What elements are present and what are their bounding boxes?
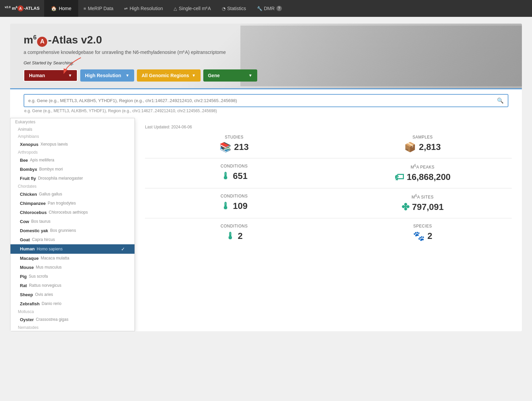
species-bee[interactable]: Bee Apis mellifera — [10, 156, 135, 165]
stat-peaks-label: m6A Peaks — [333, 164, 512, 169]
stat-species-value-row: 🐾 2 — [333, 230, 512, 242]
brand-text: v2.0 m6A-ATLAS — [5, 5, 39, 11]
singlecell-icon: △ — [174, 6, 177, 11]
nav-statistics[interactable]: ◔ Statistics — [216, 0, 252, 17]
species-macaque[interactable]: Macaque Macaca mulatta — [10, 254, 135, 263]
statistics-icon: ◔ — [222, 6, 226, 11]
last-updated: Last Updated: 2024-06-06 — [145, 125, 512, 129]
species-sheep[interactable]: Sheep Ovis aries — [10, 290, 135, 299]
stat-species: Species 🐾 2 — [333, 224, 512, 242]
stat-species-label: Species — [333, 224, 512, 228]
species-chimpanzee[interactable]: Chimpanzee Pan troglodytes — [10, 199, 135, 208]
stat-studies: STUDIES 📚 213 — [145, 135, 323, 153]
species-bombyx[interactable]: Bombyx Bombyx mori — [10, 165, 135, 174]
region-dropdown-btn[interactable]: All Genomic Regions ▼ — [137, 69, 201, 82]
hero-card: m6A-Atlas v2.0 a comprehensive knowledge… — [10, 24, 522, 331]
divider-2 — [145, 188, 512, 188]
search-hint: e.g. Gene (e.g., METTL3, ALKBH5, YTHDF1)… — [24, 109, 508, 113]
stat-conditions-mol-value: 2 — [238, 231, 242, 241]
species-rat[interactable]: Rat Rattus norvegicus — [10, 281, 135, 290]
nav-dmr[interactable]: 🔧 DMR ? — [252, 0, 287, 17]
gene-dropdown-btn[interactable]: Gene ▼ — [203, 69, 257, 82]
species-domesticyak[interactable]: Domestic yak Bos grunniens — [10, 226, 135, 235]
highres-icon: ⇌ — [124, 6, 128, 11]
species-fruitfly[interactable]: Fruit fly Drosophila melanogaster — [10, 174, 135, 183]
stat-species-value: 2 — [427, 231, 432, 241]
stat-cond-highres-value-row: 🌡 651 — [145, 171, 323, 182]
stat-m6a-sites: m6A Sites ✤ 797,091 — [333, 194, 512, 213]
hero-title: m6A-Atlas v2.0 — [24, 34, 508, 47]
dropdown-stats-area: Eukaryotes Animals Amphibians Xenopus Xe… — [10, 118, 522, 331]
stat-samples-label: SAMPLES — [333, 135, 512, 140]
resolution-dropdown-arrow-icon: ▼ — [125, 73, 129, 78]
search-input-wrap: 🔍 — [24, 94, 508, 107]
peaks-icon: 🏷 — [394, 172, 404, 183]
title-a-circle: A — [37, 37, 47, 47]
navbar: v2.0 m6A-ATLAS 🏠 Home ≡ MeRIP Data ⇌ Hig… — [0, 0, 532, 17]
stat-sites-value-row: ✤ 797,091 — [333, 202, 512, 213]
stat-cond-mol-value-row: 🌡 2 — [145, 230, 323, 242]
sites-icon: ✤ — [402, 202, 409, 213]
main-content: m6A-Atlas v2.0 a comprehensive knowledge… — [0, 17, 532, 338]
conditions-highres-icon: 🌡 — [221, 171, 230, 182]
search-input[interactable] — [24, 95, 493, 106]
species-chlorocebus[interactable]: Chlorocebus Chlorocebus aethiops — [10, 208, 135, 217]
subgroup-chordates: Chordates — [10, 183, 135, 190]
species-goat[interactable]: Goat Capra hircus — [10, 235, 135, 244]
stat-sites-label: m6A Sites — [333, 194, 512, 199]
samples-icon: 📦 — [404, 142, 416, 153]
stat-m6a-peaks: m6A Peaks 🏷 16,868,200 — [333, 164, 512, 183]
stat-cond-highres-label: Conditions — [145, 164, 323, 168]
species-human[interactable]: Human Homo sapiens ✓ — [10, 244, 135, 254]
stat-conditions-highres: Conditions 🌡 651 — [145, 164, 323, 183]
stat-cond-sc-value-row: 🌡 109 — [145, 201, 323, 212]
species-chicken[interactable]: Chicken Gallus gallus — [10, 190, 135, 199]
stat-peaks-value: 16,868,200 — [407, 172, 450, 182]
resolution-dropdown-btn[interactable]: High Resolution ▼ — [80, 69, 134, 82]
species-pig[interactable]: Pig Sus scrofa — [10, 272, 135, 281]
stat-samples: SAMPLES 📦 2,813 — [333, 135, 512, 153]
stat-studies-label: STUDIES — [145, 135, 323, 140]
stat-samples-value-row: 📦 2,813 — [333, 142, 512, 153]
species-dropdown-list: Eukaryotes Animals Amphibians Xenopus Xe… — [10, 118, 135, 331]
stat-cond-sc-label: Conditions — [145, 194, 323, 198]
species-cow[interactable]: Cow Bos taurus — [10, 217, 135, 226]
hero-subtitle: a comprehensive knowledgebase for unrave… — [24, 50, 508, 55]
species-icon: 🐾 — [413, 230, 425, 242]
brand-logo: v2.0 m6A-ATLAS — [0, 5, 44, 11]
subgroup-mollusca: Mollusca — [10, 308, 135, 315]
stats-grid-3: Conditions 🌡 109 m6A Sites ✤ 797,091 — [145, 194, 512, 213]
nav-singlecell[interactable]: △ Single-cell m⁶A — [168, 0, 216, 17]
species-mouse[interactable]: Mouse Mus musculus — [10, 263, 135, 272]
studies-icon: 📚 — [219, 142, 231, 153]
region-dropdown-arrow-icon: ▼ — [192, 73, 196, 78]
search-button[interactable]: 🔍 — [493, 95, 508, 106]
species-zebrafish[interactable]: Zebrafish Danio rerio — [10, 299, 135, 308]
stats-panel: Last Updated: 2024-06-06 STUDIES 📚 213 S… — [135, 118, 522, 331]
stat-studies-value-row: 📚 213 — [145, 142, 323, 153]
search-bar-area: 🔍 e.g. Gene (e.g., METTL3, ALKBH5, YTHDF… — [10, 88, 522, 118]
stat-studies-value: 213 — [234, 142, 248, 152]
species-xenopus[interactable]: Xenopus Xenopus laevis — [10, 140, 135, 149]
species-oyster[interactable]: Oyster Crassostrea gigas — [10, 315, 135, 324]
search-dropdowns: Human ▼ High Resolution ▼ All Genomic Re… — [24, 69, 508, 82]
group-animals: Animals — [10, 126, 135, 133]
stats-grid-2: Conditions 🌡 651 m6A Peaks 🏷 16,868,200 — [145, 164, 512, 183]
divider-1 — [145, 158, 512, 158]
stat-samples-value: 2,813 — [419, 142, 441, 152]
arrow-annotation — [61, 54, 88, 74]
stat-cond-mol-label: Conditions — [145, 224, 323, 228]
stat-conditions-highres-value: 651 — [233, 171, 247, 181]
nav-highres[interactable]: ⇌ High Resolution — [119, 0, 168, 17]
stats-grid-4: Conditions 🌡 2 Species 🐾 2 — [145, 224, 512, 242]
stat-peaks-value-row: 🏷 16,868,200 — [333, 172, 512, 183]
hero-header: m6A-Atlas v2.0 a comprehensive knowledge… — [10, 24, 522, 88]
selected-checkmark-icon: ✓ — [121, 246, 125, 252]
nav-home[interactable]: 🏠 Home — [44, 0, 78, 17]
stat-conditions-sc: Conditions 🌡 109 — [145, 194, 323, 213]
divider-3 — [145, 218, 512, 218]
nav-merip[interactable]: ≡ MeRIP Data — [78, 0, 119, 17]
conditions-mol-icon: 🌡 — [226, 230, 235, 242]
stat-sites-value: 797,091 — [412, 202, 444, 212]
help-icon[interactable]: ? — [276, 6, 282, 11]
